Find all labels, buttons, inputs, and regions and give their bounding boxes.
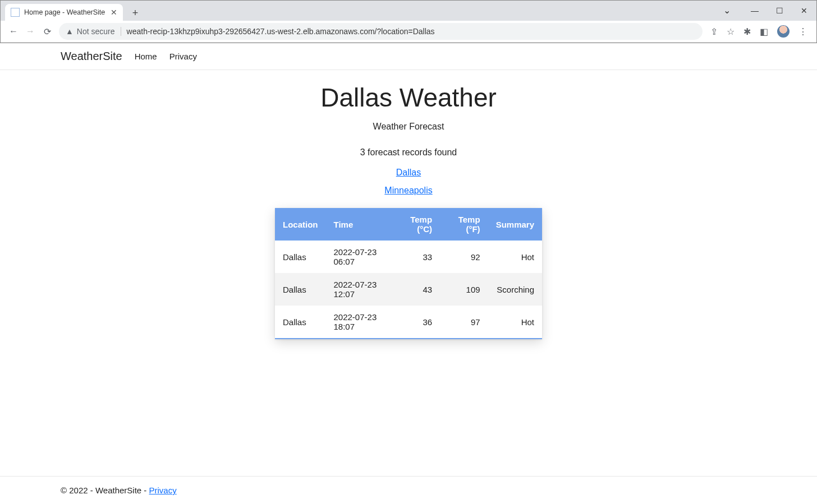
back-button[interactable]: ← bbox=[5, 26, 22, 36]
bookmark-icon[interactable]: ☆ bbox=[727, 26, 735, 37]
brand[interactable]: WeatherSite bbox=[61, 50, 122, 63]
browser-titlebar: Home page - WeatherSite ✕ + ⌄ ― ☐ ✕ bbox=[1, 1, 816, 21]
th-temp-f: Temp (°F) bbox=[440, 208, 488, 241]
window-maximize-icon[interactable]: ☐ bbox=[767, 1, 792, 21]
forecast-table: Location Time Temp (°C) Temp (°F) Summar… bbox=[275, 208, 542, 339]
share-icon[interactable]: ⇪ bbox=[710, 26, 718, 37]
cell-location: Dallas bbox=[275, 306, 326, 338]
cell-time: 2022-07-23 06:07 bbox=[326, 241, 392, 273]
records-found: 3 forecast records found bbox=[0, 147, 817, 158]
tab-search-icon[interactable]: ⌄ bbox=[714, 1, 739, 21]
footer-privacy-link[interactable]: Privacy bbox=[149, 485, 177, 495]
cell-temp-f: 92 bbox=[440, 241, 488, 273]
cell-temp-c: 43 bbox=[392, 273, 440, 306]
window-close-icon[interactable]: ✕ bbox=[792, 1, 816, 21]
location-link-minneapolis[interactable]: Minneapolis bbox=[0, 186, 817, 196]
cell-summary: Scorching bbox=[488, 273, 542, 306]
site-navbar: WeatherSite Home Privacy bbox=[0, 43, 817, 70]
cell-temp-f: 109 bbox=[440, 273, 488, 306]
table-row: Dallas2022-07-23 12:0743109Scorching bbox=[275, 273, 542, 306]
cell-summary: Hot bbox=[488, 241, 542, 273]
cell-time: 2022-07-23 18:07 bbox=[326, 306, 392, 338]
cell-summary: Hot bbox=[488, 306, 542, 338]
address-bar[interactable]: ▲ Not secure weath-recip-13khzp9ixuhp3-2… bbox=[59, 23, 703, 40]
table-row: Dallas2022-07-23 06:073392Hot bbox=[275, 241, 542, 273]
not-secure-icon: ▲ bbox=[66, 27, 74, 36]
nav-privacy[interactable]: Privacy bbox=[169, 52, 197, 61]
cell-location: Dallas bbox=[275, 273, 326, 306]
cell-temp-f: 97 bbox=[440, 306, 488, 338]
th-time: Time bbox=[326, 208, 392, 241]
nav-home[interactable]: Home bbox=[135, 52, 157, 61]
page-title: Dallas Weather bbox=[0, 82, 817, 113]
cell-temp-c: 33 bbox=[392, 241, 440, 273]
menu-icon[interactable]: ⋮ bbox=[798, 26, 807, 37]
tab-title: Home page - WeatherSite bbox=[24, 8, 105, 16]
footer-copyright: © 2022 - WeatherSite - bbox=[61, 485, 149, 495]
forward-button: → bbox=[22, 26, 39, 36]
th-summary: Summary bbox=[488, 208, 542, 241]
window-controls: ⌄ ― ☐ ✕ bbox=[714, 1, 816, 21]
window-minimize-icon[interactable]: ― bbox=[742, 1, 767, 21]
tab-close-icon[interactable]: ✕ bbox=[111, 8, 117, 17]
page-subtitle: Weather Forecast bbox=[0, 122, 817, 132]
cell-time: 2022-07-23 12:07 bbox=[326, 273, 392, 306]
browser-toolbar: ← → ⟳ ▲ Not secure weath-recip-13khzp9ix… bbox=[1, 21, 816, 43]
new-tab-button[interactable]: + bbox=[127, 5, 143, 21]
extensions-icon[interactable]: ✱ bbox=[743, 26, 751, 37]
reload-button[interactable]: ⟳ bbox=[39, 26, 56, 37]
browser-tab[interactable]: Home page - WeatherSite ✕ bbox=[5, 4, 123, 21]
footer: © 2022 - WeatherSite - Privacy bbox=[0, 476, 817, 504]
profile-avatar[interactable] bbox=[777, 25, 790, 38]
th-temp-c: Temp (°C) bbox=[392, 208, 440, 241]
tab-favicon bbox=[11, 8, 20, 17]
cell-location: Dallas bbox=[275, 241, 326, 273]
location-link-dallas[interactable]: Dallas bbox=[0, 168, 817, 178]
url-text: weath-recip-13khzp9ixuhp3-292656427.us-w… bbox=[127, 27, 435, 36]
sidepanel-icon[interactable]: ◧ bbox=[760, 26, 768, 37]
not-secure-label: Not secure bbox=[77, 27, 115, 36]
table-row: Dallas2022-07-23 18:073697Hot bbox=[275, 306, 542, 338]
cell-temp-c: 36 bbox=[392, 306, 440, 338]
th-location: Location bbox=[275, 208, 326, 241]
